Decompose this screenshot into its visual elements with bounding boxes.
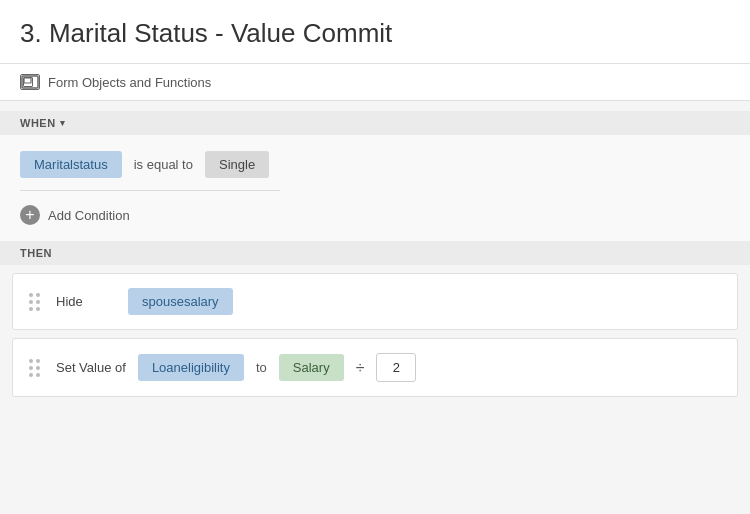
when-section: WHEN ▾ Maritalstatus is equal to Single … [0, 111, 750, 241]
add-condition-icon: + [20, 205, 40, 225]
action-setvalue-verb: Set Value of [56, 360, 126, 375]
when-chevron-icon: ▾ [60, 118, 66, 128]
condition-value-pill[interactable]: Single [205, 151, 269, 178]
action-card-hide: Hide spousesalary [12, 273, 738, 330]
drag-handle-1[interactable] [29, 293, 40, 311]
then-section-body: Hide spousesalary Set Value of Loaneligi… [0, 273, 750, 397]
objects-bar: Form Objects and Functions [0, 64, 750, 101]
action-setvalue-target-pill[interactable]: Loaneligibility [138, 354, 244, 381]
when-section-body: Maritalstatus is equal to Single + Add C… [0, 135, 750, 241]
add-condition-button[interactable]: + Add Condition [20, 205, 730, 225]
condition-row: Maritalstatus is equal to Single [20, 151, 730, 178]
then-section-header: THEN [0, 241, 750, 265]
action-card-setvalue: Set Value of Loaneligibility to Salary ÷… [12, 338, 738, 397]
action-setvalue-to-text: to [256, 360, 267, 375]
add-condition-label: Add Condition [48, 208, 130, 223]
condition-field-pill[interactable]: Maritalstatus [20, 151, 122, 178]
action-setvalue-operand2-box[interactable]: 2 [376, 353, 416, 382]
when-label: WHEN [20, 117, 56, 129]
then-label: THEN [20, 247, 52, 259]
action-hide-verb: Hide [56, 294, 116, 309]
svg-rect-0 [22, 76, 38, 88]
action-setvalue-operand1-pill[interactable]: Salary [279, 354, 344, 381]
when-section-header[interactable]: WHEN ▾ [0, 111, 750, 135]
condition-divider [20, 190, 280, 191]
then-section: THEN Hide spousesalary Set Value of Loan… [0, 241, 750, 397]
svg-rect-1 [24, 78, 31, 83]
objects-bar-label: Form Objects and Functions [48, 75, 211, 90]
condition-operator-text: is equal to [134, 157, 193, 172]
page-title: 3. Marital Status - Value Commit [0, 0, 750, 64]
action-hide-target-pill[interactable]: spousesalary [128, 288, 233, 315]
form-objects-icon [20, 74, 40, 90]
action-setvalue-operator-symbol: ÷ [356, 359, 365, 377]
drag-handle-2[interactable] [29, 359, 40, 377]
